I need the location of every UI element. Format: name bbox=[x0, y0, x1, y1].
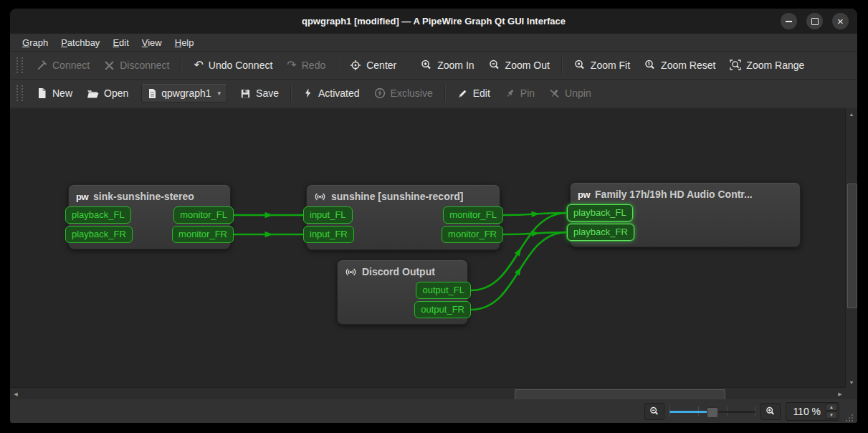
close-icon: × bbox=[837, 16, 844, 27]
maximize-button[interactable] bbox=[806, 13, 823, 29]
window-resize-grip[interactable] bbox=[844, 412, 854, 422]
wire-arrow bbox=[531, 211, 540, 217]
close-button[interactable]: × bbox=[832, 13, 849, 29]
save-button[interactable]: Save bbox=[233, 84, 286, 103]
status-zoom-out-icon bbox=[649, 406, 659, 417]
connect-icon bbox=[37, 60, 47, 71]
vertical-scrollbar-thumb[interactable] bbox=[847, 184, 857, 308]
wires-svg bbox=[10, 108, 846, 388]
zoom-reset-button[interactable]: Zoom Reset bbox=[637, 56, 722, 75]
scroll-left-icon: ◀ bbox=[14, 391, 17, 396]
window-controls: × bbox=[781, 13, 849, 29]
chevron-down-icon: ▾ bbox=[218, 90, 221, 97]
zoom-in-icon bbox=[421, 60, 432, 71]
toolbar-separator bbox=[337, 57, 338, 74]
status-zoom-out-button[interactable] bbox=[644, 403, 664, 420]
zoom-range-icon bbox=[730, 60, 741, 71]
toolbar-separator bbox=[561, 57, 563, 74]
activated-bolt-icon bbox=[303, 87, 313, 99]
patchbay-select-value: qpwgraph1 bbox=[161, 87, 211, 99]
zoom-range-button[interactable]: Zoom Range bbox=[722, 56, 811, 75]
zoom-spinbox[interactable]: 110 % ▲ ▼ bbox=[786, 402, 839, 421]
horizontal-scrollbar[interactable]: ◀ ▶ bbox=[10, 387, 846, 399]
center-icon bbox=[350, 60, 361, 71]
scroll-up-button[interactable]: ▲ bbox=[846, 108, 857, 120]
undo-connect-button[interactable]: ↶ Undo Connect bbox=[186, 56, 280, 75]
open-button[interactable]: Open bbox=[80, 84, 135, 103]
window-title: qpwgraph1 [modified] — A PipeWire Graph … bbox=[302, 16, 566, 27]
zoom-fit-icon bbox=[574, 60, 586, 71]
disconnect-button[interactable]: Disconnect bbox=[97, 56, 176, 75]
redo-button[interactable]: ↷ Redo bbox=[280, 56, 333, 75]
pin-button[interactable]: Pin bbox=[497, 84, 542, 103]
pin-icon bbox=[505, 88, 515, 99]
status-bar: 110 % ▲ ▼ bbox=[10, 399, 857, 423]
menu-patchbay[interactable]: Patchbay bbox=[54, 36, 106, 49]
open-folder-icon bbox=[87, 88, 99, 99]
zoom-in-button[interactable]: Zoom In bbox=[414, 56, 481, 75]
vertical-scrollbar[interactable]: ▲ ▼ bbox=[845, 108, 857, 388]
menu-edit[interactable]: Edit bbox=[106, 36, 135, 49]
toolbar-drag-handle[interactable] bbox=[16, 85, 23, 101]
minimize-button[interactable] bbox=[781, 13, 797, 29]
zoom-slider-handle[interactable] bbox=[707, 407, 718, 418]
unpin-icon bbox=[549, 88, 560, 99]
wire-arrow bbox=[265, 212, 274, 218]
canvas-viewport: pwsink-sunshine-stereoplayback_FLplaybac… bbox=[10, 108, 857, 399]
patchbay-file-icon bbox=[148, 88, 157, 99]
scrollbar-corner bbox=[846, 388, 857, 399]
horizontal-scrollbar-thumb[interactable] bbox=[515, 389, 725, 399]
zoom-slider[interactable] bbox=[669, 405, 755, 418]
app-window: qpwgraph1 [modified] — A PipeWire Graph … bbox=[10, 9, 857, 423]
zoom-value: 110 % bbox=[793, 406, 821, 417]
menu-bar: Graph Patchbay Edit View Help bbox=[10, 34, 857, 52]
maximize-icon bbox=[811, 18, 819, 25]
toolbar-separator bbox=[408, 57, 409, 74]
minimize-icon bbox=[786, 21, 792, 22]
graph-toolbar: Connect Disconnect ↶ Undo Connect ↷ Redo… bbox=[10, 52, 857, 80]
toolbar-separator bbox=[444, 85, 446, 102]
spinbox-buttons: ▲ ▼ bbox=[826, 404, 837, 419]
center-button[interactable]: Center bbox=[343, 56, 404, 75]
scroll-down-button[interactable]: ▼ bbox=[846, 376, 857, 388]
new-button[interactable]: New bbox=[29, 84, 80, 103]
scroll-up-icon: ▲ bbox=[849, 112, 854, 117]
scroll-right-icon: ▶ bbox=[838, 391, 841, 396]
menu-help[interactable]: Help bbox=[168, 36, 201, 49]
save-icon bbox=[240, 88, 251, 99]
new-file-icon bbox=[37, 87, 47, 99]
zoom-out-icon bbox=[489, 60, 500, 71]
activated-button[interactable]: Activated bbox=[296, 84, 367, 103]
exclusive-button[interactable]: Exclusive bbox=[367, 84, 440, 103]
undo-icon: ↶ bbox=[194, 60, 203, 71]
graph-canvas[interactable]: pwsink-sunshine-stereoplayback_FLplaybac… bbox=[10, 108, 846, 388]
toolbar-separator bbox=[181, 57, 182, 74]
title-bar[interactable]: qpwgraph1 [modified] — A PipeWire Graph … bbox=[10, 9, 857, 34]
spin-down-button[interactable]: ▼ bbox=[826, 411, 837, 419]
edit-pencil-icon bbox=[457, 88, 468, 99]
toolbar-drag-handle[interactable] bbox=[16, 57, 23, 73]
menu-graph[interactable]: Graph bbox=[16, 36, 54, 49]
status-zoom-in-icon bbox=[766, 406, 776, 417]
slider-fill bbox=[669, 411, 711, 413]
scroll-right-button[interactable]: ▶ bbox=[834, 388, 846, 399]
patchbay-select[interactable]: qpwgraph1 ▾ bbox=[141, 84, 227, 103]
connect-button[interactable]: Connect bbox=[29, 56, 97, 75]
unpin-button[interactable]: Unpin bbox=[542, 84, 598, 103]
menu-view[interactable]: View bbox=[135, 36, 168, 49]
zoom-out-button[interactable]: Zoom Out bbox=[482, 56, 557, 75]
patchbay-toolbar: New Open qpwgraph1 ▾ Save Activated bbox=[10, 80, 857, 108]
disconnect-icon bbox=[104, 60, 115, 71]
redo-icon: ↷ bbox=[287, 60, 296, 71]
scroll-left-button[interactable]: ◀ bbox=[10, 388, 22, 399]
zoom-fit-button[interactable]: Zoom Fit bbox=[567, 56, 637, 75]
scroll-down-icon: ▼ bbox=[849, 380, 854, 385]
exclusive-bolt-icon bbox=[374, 87, 386, 99]
wire-arrow bbox=[265, 232, 274, 237]
spin-up-button[interactable]: ▲ bbox=[826, 404, 837, 411]
toolbar-separator bbox=[290, 85, 292, 102]
zoom-reset-icon bbox=[644, 60, 656, 71]
edit-button[interactable]: Edit bbox=[450, 84, 497, 103]
status-zoom-in-button[interactable] bbox=[760, 403, 781, 420]
